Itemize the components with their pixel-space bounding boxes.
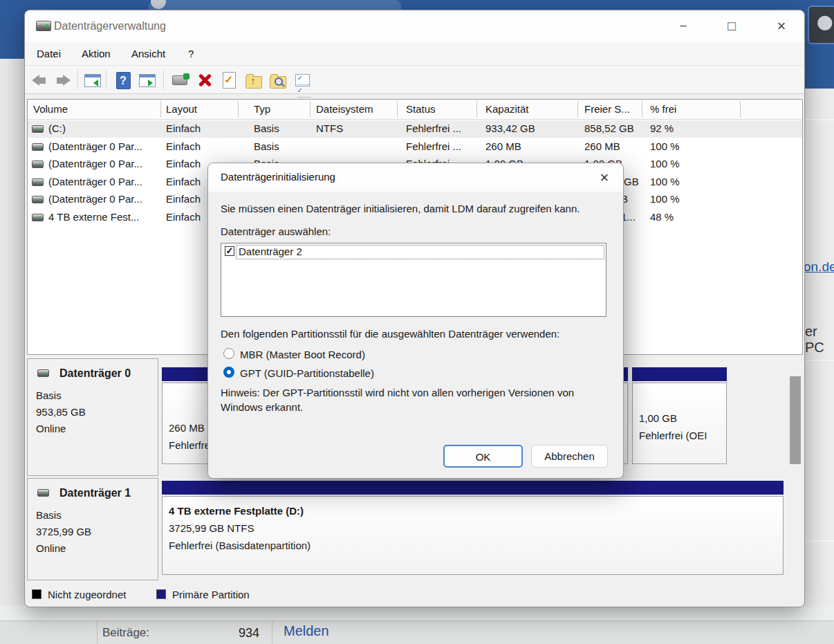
disk0-size: 953,85 GB [36, 406, 86, 418]
console-tree-icon[interactable] [83, 71, 102, 90]
disk1-icon [37, 489, 49, 497]
toolbar: ? ✓——✓—— [25, 65, 804, 94]
forward-icon[interactable] [54, 71, 73, 90]
col-kapazitaet[interactable]: Kapazität [485, 103, 529, 115]
disk-select-listbox[interactable]: ✓ Datenträger 2 [221, 243, 606, 317]
webpage-divider [97, 620, 98, 644]
select-disks-label: Datenträger auswählen: [221, 226, 331, 237]
partition-size: 3725,99 GB NTFS [169, 522, 254, 534]
folder-up-icon[interactable] [244, 71, 263, 90]
gpt-radio[interactable] [223, 367, 234, 378]
partition-style-label: Den folgenden Partitionsstil für die aus… [221, 328, 559, 340]
window-title: Datenträgerverwaltung [54, 20, 166, 33]
disk1-status: Online [36, 542, 66, 554]
menu-datei[interactable]: Datei [34, 46, 64, 61]
disk1-info[interactable]: Datenträger 1 Basis 3725,99 GB Online [27, 478, 158, 580]
posts-count: 934 [239, 626, 259, 641]
background-text: er PC [805, 324, 834, 356]
legend-primary-label: Primäre Partition [172, 589, 250, 600]
gpt-hint-line2: Windows erkannt. [221, 401, 303, 413]
partition-status: Fehlerfrei [169, 439, 212, 451]
menu-bar: Datei Aktion Ansicht ? [25, 42, 804, 65]
partition-size: 260 MB [169, 422, 205, 434]
gpt-hint-line1: Hinweis: Der GPT-Partitionsstil wird nic… [221, 387, 574, 398]
partition-label: 4 TB externe Festplatte (D:) [169, 505, 304, 517]
disk0-info[interactable]: Datenträger 0 Basis 953,85 GB Online [27, 358, 158, 476]
browser-chrome-right [804, 59, 834, 89]
webpage-bottom-band [0, 606, 834, 620]
disk0-status: Online [36, 423, 66, 434]
action-pane-icon[interactable] [138, 71, 157, 90]
vertical-scrollbar-thumb[interactable] [790, 376, 801, 464]
checklist-icon[interactable]: ✓——✓—— [293, 71, 312, 90]
disk0-name: Datenträger 0 [59, 367, 131, 380]
explore-icon[interactable] [268, 71, 288, 90]
mbr-label: MBR (Master Boot Record) [240, 349, 365, 360]
rescan-disk-icon[interactable] [170, 71, 189, 90]
ok-button[interactable]: OK [443, 445, 523, 468]
menu-ansicht[interactable]: Ansicht [129, 46, 168, 61]
col-dateisystem[interactable]: Dateisystem [316, 103, 373, 115]
col-volume[interactable]: Volume [33, 103, 68, 115]
volume-disk-icon [32, 125, 44, 133]
background-link[interactable]: on.de [804, 259, 834, 275]
volume-disk-icon [32, 143, 44, 151]
properties-icon[interactable] [219, 71, 239, 90]
volume-disk-icon [32, 178, 44, 186]
partition-color-bar [632, 367, 727, 381]
legend-unallocated-label: Nicht zugeordnet [48, 589, 126, 600]
disk0-partition-2[interactable]: 1,00 GB Fehlerfrei (OEI [632, 367, 727, 466]
menu-aktion[interactable]: Aktion [79, 46, 113, 61]
partition-size: 1,00 GB [639, 412, 677, 424]
toolbar-separator [106, 70, 106, 89]
disk0-type: Basis [36, 389, 62, 401]
col-typ[interactable]: Typ [254, 103, 270, 115]
back-icon[interactable] [29, 71, 48, 90]
covered-value-fragment: GB [624, 176, 639, 187]
table-row[interactable]: (Datenträger 0 Par... Einfach Basis Fehl… [28, 138, 802, 156]
partition-status: Fehlerfrei (Basisdatenpartition) [169, 540, 311, 551]
partition-color-bar [162, 481, 784, 495]
webpage-divider [804, 540, 834, 542]
disk1-name: Datenträger 1 [59, 487, 131, 499]
window-titlebar[interactable]: Datenträgerverwaltung − □ × [25, 10, 804, 42]
close-button[interactable]: × [770, 16, 793, 37]
webpage-divider [804, 119, 834, 120]
mbr-radio[interactable] [223, 348, 234, 359]
maximize-button[interactable]: □ [720, 16, 743, 37]
disk1-type: Basis [36, 509, 62, 521]
toolbar-separator [77, 70, 78, 89]
webpage-divider [272, 620, 272, 644]
disk0-icon [37, 369, 49, 377]
minimize-button[interactable]: − [671, 16, 695, 37]
disk1-size: 3725,99 GB [36, 526, 91, 537]
gpt-label: GPT (GUID-Partitionstabelle) [240, 367, 374, 379]
dialog-close-icon[interactable]: × [594, 167, 615, 188]
table-row[interactable]: (C:) Einfach Basis NTFS Fehlerfrei ... 9… [28, 120, 802, 138]
col-pct-frei[interactable]: % frei [650, 103, 676, 115]
browser-tab[interactable] [149, 0, 401, 10]
volume-disk-icon [32, 160, 44, 168]
delete-icon[interactable] [194, 71, 214, 90]
dialog-titlebar[interactable]: Datenträgerinitialisierung × [208, 163, 623, 192]
volume-list-header: Volume Layout Typ Dateisystem Status Kap… [28, 100, 802, 120]
col-layout[interactable]: Layout [166, 103, 197, 115]
report-link[interactable]: Melden [284, 623, 329, 639]
cancel-button[interactable]: Abbrechen [531, 445, 608, 468]
disk1-partition-1[interactable]: 4 TB externe Festplatte (D:) 3725,99 GB … [162, 481, 784, 576]
legend-primary-swatch [156, 589, 166, 599]
dialog-message: Sie müssen einen Datenträger initialisie… [221, 203, 580, 214]
disk-checkbox[interactable]: ✓ [225, 246, 234, 256]
menu-help[interactable]: ? [185, 46, 196, 61]
col-status[interactable]: Status [406, 103, 436, 115]
posts-label: Beiträge: [102, 626, 149, 640]
partition-status: Fehlerfrei (OEI [639, 430, 707, 441]
webpage-divider [804, 360, 834, 361]
dialog-title: Datenträgerinitialisierung [221, 171, 335, 183]
volume-disk-icon [32, 214, 44, 221]
disk-list-item[interactable]: Datenträger 2 [236, 245, 604, 259]
col-freier[interactable]: Freier S... [584, 103, 630, 115]
profile-avatar[interactable] [808, 6, 834, 44]
help-icon[interactable]: ? [113, 71, 133, 90]
disk-initialization-dialog: Datenträgerinitialisierung × Sie müssen … [207, 163, 624, 479]
